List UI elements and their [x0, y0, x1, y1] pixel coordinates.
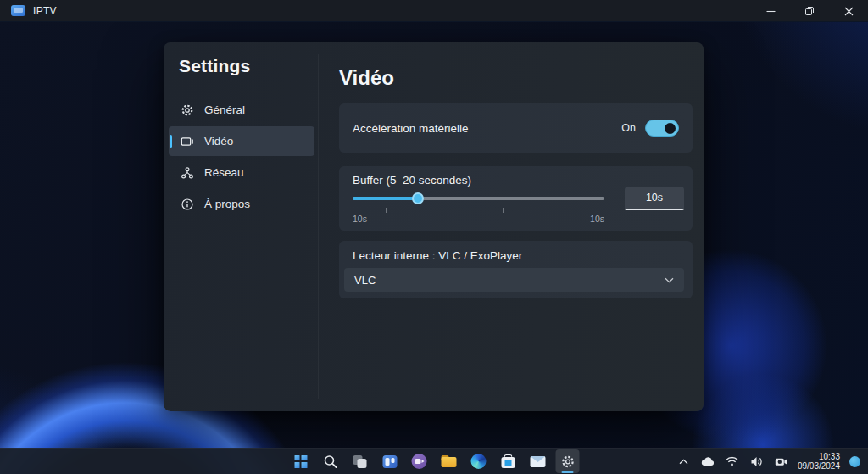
video-icon: [180, 135, 195, 148]
buffer-value-field[interactable]: 10s: [625, 187, 684, 210]
player-label: Lecteur interne : VLC / ExoPlayer: [353, 249, 522, 262]
mail-button[interactable]: [526, 449, 550, 473]
speaker-icon: [750, 456, 763, 467]
buffer-card: Buffer (5–20 secondes) 10s 10s 10s: [339, 166, 693, 231]
sidebar-item-label: Vidéo: [204, 135, 233, 148]
volume-button[interactable]: [748, 449, 765, 473]
close-icon: [844, 7, 854, 16]
network-icon: [180, 166, 195, 180]
slider-tick: [420, 208, 420, 213]
clock-widget[interactable]: 10:33 09/03/2024: [798, 449, 840, 473]
player-card: Lecteur interne : VLC / ExoPlayer VLC: [339, 241, 693, 298]
sidebar-item-label: Réseau: [204, 166, 244, 179]
slider-tick: [470, 208, 470, 213]
restore-button[interactable]: [790, 0, 829, 22]
settings-app-button[interactable]: [556, 449, 580, 473]
slider-tick: [487, 208, 487, 213]
hardware-acceleration-toggle[interactable]: [645, 120, 679, 137]
file-explorer-button[interactable]: [437, 449, 461, 473]
tray-date: 09/03/2024: [798, 461, 840, 471]
restore-icon: [804, 6, 815, 16]
settings-title: Settings: [179, 56, 250, 76]
window-controls: [751, 0, 868, 21]
sidebar-item-about[interactable]: À propos: [169, 189, 314, 219]
chevron-up-icon: [679, 459, 688, 465]
store-icon: [502, 457, 515, 468]
sidebar-item-label: À propos: [204, 198, 250, 210]
start-button[interactable]: [289, 449, 313, 473]
file-explorer-icon: [442, 455, 457, 467]
buffer-slider[interactable]: [353, 192, 604, 205]
task-view-icon: [353, 455, 367, 468]
slider-tick: [453, 208, 453, 213]
notifications-button[interactable]: [848, 449, 861, 473]
store-button[interactable]: [497, 449, 520, 473]
search-button[interactable]: [319, 449, 342, 473]
notifications-badge: [849, 456, 860, 467]
widgets-button[interactable]: [378, 449, 402, 473]
slider-min-label: 10s: [353, 214, 367, 224]
clock: 10:33 09/03/2024: [798, 452, 840, 471]
slider-ticks: [353, 208, 604, 213]
iptv-app-icon: [11, 5, 25, 16]
sidebar-divider: [318, 54, 319, 399]
sidebar-item-general[interactable]: Général: [169, 95, 314, 125]
tray-chevron-button[interactable]: [676, 449, 692, 473]
hardware-acceleration-card: Accélération matérielle On: [339, 103, 693, 153]
slider-tick: [587, 208, 587, 213]
chevron-down-icon: [665, 277, 674, 283]
task-view-button[interactable]: [348, 449, 372, 473]
edge-icon: [471, 454, 487, 469]
active-app-indicator: [562, 471, 574, 474]
slider-tick: [537, 208, 537, 213]
toggle-knob: [665, 123, 676, 134]
start-icon: [294, 455, 307, 468]
sidebar-item-label: Général: [204, 103, 245, 116]
taskbar: 10:33 09/03/2024: [0, 448, 868, 474]
slider-fill: [353, 197, 418, 200]
sidebar-item-reseau[interactable]: Réseau: [169, 158, 314, 187]
settings-sidebar: Général Vidéo Réseau À propos: [169, 95, 314, 220]
camera-button[interactable]: [773, 449, 790, 473]
chat-icon: [412, 454, 427, 469]
slider-tick: [437, 208, 437, 213]
wifi-button[interactable]: [724, 449, 741, 473]
slider-tick: [386, 208, 387, 213]
slider-range-labels: 10s 10s: [353, 214, 604, 224]
slider-tick: [554, 208, 554, 213]
slider-tick: [570, 208, 570, 213]
minimize-button[interactable]: [751, 0, 790, 22]
slider-tick: [403, 208, 403, 213]
player-select-value: VLC: [354, 274, 665, 287]
buffer-label: Buffer (5–20 secondes): [353, 174, 471, 187]
window-title: IPTV: [33, 5, 57, 17]
close-button[interactable]: [829, 0, 868, 22]
titlebar: IPTV: [0, 0, 868, 22]
info-icon: [180, 198, 195, 211]
slider-tick: [520, 208, 520, 213]
slider-tick: [353, 208, 353, 213]
toggle-state-label: On: [621, 122, 636, 134]
player-select[interactable]: VLC: [344, 268, 684, 292]
camera-icon: [775, 457, 787, 466]
hardware-acceleration-label: Accélération matérielle: [353, 122, 621, 135]
settings-gear-icon: [560, 454, 575, 469]
gear-icon: [180, 103, 195, 117]
slider-knob[interactable]: [412, 192, 424, 204]
minimize-icon: [766, 7, 776, 16]
settings-dialog: Settings Général Vidéo Réseau: [164, 42, 704, 411]
slider-max-label: 10s: [590, 214, 604, 224]
wifi-icon: [726, 456, 738, 466]
selected-indicator: [170, 135, 172, 148]
slider-tick: [604, 208, 604, 213]
search-icon: [323, 454, 337, 469]
chat-button[interactable]: [408, 449, 431, 473]
slider-tick: [370, 208, 370, 213]
onedrive-button[interactable]: [699, 449, 716, 473]
system-tray: 10:33 09/03/2024: [676, 449, 861, 474]
cloud-icon: [700, 456, 715, 466]
edge-button[interactable]: [467, 449, 491, 473]
sidebar-item-video[interactable]: Vidéo: [169, 126, 314, 156]
buffer-value: 10s: [646, 192, 663, 204]
desktop: IPTV Settings Général: [0, 0, 868, 474]
